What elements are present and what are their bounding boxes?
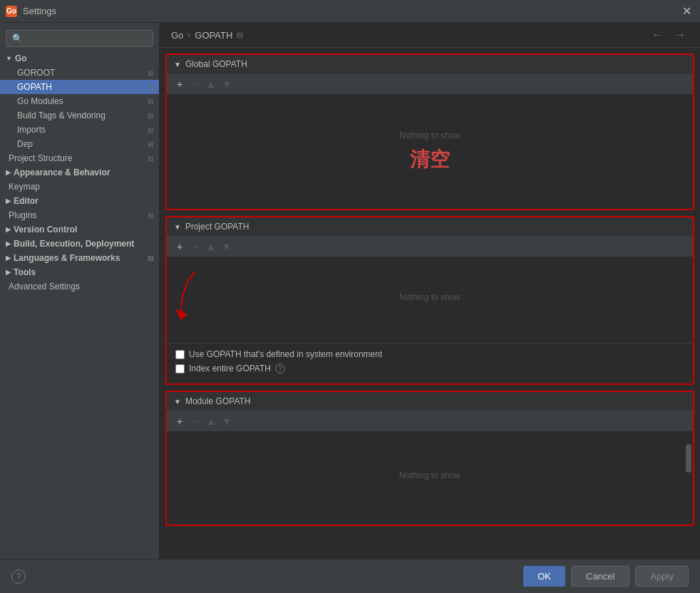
project-gopath-toggle[interactable]: ▼ [174, 223, 181, 231]
sidebar-item-project-structure[interactable]: Project Structure ⊟ [0, 151, 159, 165]
arrow-annotation [174, 264, 231, 331]
project-gopath-toolbar: + − ▲ ▼ [167, 237, 693, 257]
use-gopath-env-row: Use GOPATH that's defined in system envi… [175, 349, 684, 359]
module-remove-button[interactable]: − [188, 414, 202, 428]
apply-button[interactable]: Apply [635, 566, 689, 587]
settings-icon-build-tags: ⊟ [148, 112, 153, 120]
breadcrumb-separator: › [187, 30, 190, 40]
sidebar-item-version-control[interactable]: ▶ Version Control [0, 222, 159, 237]
sidebar-item-dep[interactable]: Dep ⊟ [0, 137, 159, 151]
index-gopath-checkbox[interactable] [175, 364, 185, 373]
sidebar-item-imports[interactable]: Imports ⊟ [0, 123, 159, 137]
settings-icon-languages: ⊟ [148, 254, 153, 262]
project-gopath-section: ▼ Project GOPATH + − ▲ ▼ [165, 216, 694, 385]
global-gopath-toggle[interactable]: ▼ [174, 61, 181, 68]
module-up-button[interactable]: ▲ [204, 414, 218, 428]
module-nothing-to-show: Nothing to show [399, 470, 460, 480]
module-down-button[interactable]: ▼ [220, 414, 234, 428]
nav-back-button[interactable]: ← [649, 29, 666, 41]
settings-icon-project-structure: ⊟ [148, 155, 153, 163]
global-gopath-section: ▼ Global GOPATH + − ▲ ▼ Nothing to show … [165, 53, 694, 210]
sidebar-item-editor[interactable]: ▶ Editor [0, 194, 159, 208]
expand-arrow-build: ▶ [6, 240, 11, 247]
module-gopath-content: Nothing to show [167, 432, 693, 525]
settings-icon-go-modules: ⊟ [148, 98, 153, 105]
search-input[interactable] [6, 30, 153, 47]
global-nothing-to-show: Nothing to show [399, 130, 460, 140]
project-remove-button[interactable]: − [188, 239, 202, 254]
module-gopath-title: Module GOPATH [185, 396, 251, 406]
info-icon[interactable]: ? [275, 363, 285, 373]
global-gopath-toolbar: + − ▲ ▼ [167, 74, 693, 95]
breadcrumb-current: GOPATH [195, 30, 232, 41]
sidebar-item-languages-frameworks[interactable]: ▶ Languages & Frameworks ⊟ [0, 251, 159, 265]
sidebar: ▼ Go GOROOT ⊟ GOPATH ⊟ Go Modules ⊟ Buil… [0, 23, 160, 559]
global-down-button[interactable]: ▼ [220, 77, 234, 91]
project-gopath-header: ▼ Project GOPATH [167, 217, 693, 237]
content-area: Go › GOPATH ⊟ ← → ▼ Global GOPATH + − ▲ … [160, 23, 700, 559]
title-bar: Go Settings ✕ [0, 0, 700, 23]
expand-arrow-appearance: ▶ [6, 169, 11, 176]
use-gopath-env-checkbox[interactable] [175, 350, 185, 359]
index-gopath-label[interactable]: Index entire GOPATH [189, 363, 271, 373]
project-add-button[interactable]: + [173, 239, 187, 254]
app-icon: Go [6, 6, 17, 17]
sidebar-item-keymap[interactable]: Keymap [0, 180, 159, 194]
sidebar-item-go-modules[interactable]: Go Modules ⊟ [0, 94, 159, 108]
main-layout: ▼ Go GOROOT ⊟ GOPATH ⊟ Go Modules ⊟ Buil… [0, 23, 700, 559]
expand-arrow-editor: ▶ [6, 197, 11, 205]
global-gopath-content: Nothing to show 清空 [167, 95, 693, 209]
module-gopath-header: ▼ Module GOPATH [167, 392, 693, 411]
index-gopath-row: Index entire GOPATH ? [175, 363, 684, 373]
settings-icon-dep: ⊟ [148, 140, 153, 148]
sidebar-item-tools[interactable]: ▶ Tools [0, 265, 159, 279]
module-gopath-section: ▼ Module GOPATH + − ▲ ▼ Nothing to show [165, 391, 694, 526]
checkbox-section: Use GOPATH that's defined in system envi… [167, 343, 693, 383]
breadcrumb-parent: Go [171, 30, 183, 41]
window-title: Settings [23, 6, 56, 16]
settings-icon-goroot: ⊟ [148, 69, 153, 77]
global-gopath-header: ▼ Global GOPATH [167, 55, 693, 74]
expand-arrow-version-control: ▶ [6, 226, 11, 233]
bottom-bar: ? OK Cancel Apply [0, 559, 700, 593]
sidebar-item-plugins[interactable]: Plugins ⊟ [0, 208, 159, 222]
expand-arrow-languages: ▶ [6, 254, 11, 262]
settings-icon-gopath: ⊟ [148, 83, 153, 91]
project-up-button[interactable]: ▲ [204, 239, 218, 254]
ok-button[interactable]: OK [523, 566, 565, 587]
breadcrumb: Go › GOPATH ⊟ ← → [160, 23, 700, 48]
module-gopath-toggle[interactable]: ▼ [174, 398, 181, 406]
module-gopath-toolbar: + − ▲ ▼ [167, 411, 693, 432]
nav-forward-button[interactable]: → [671, 29, 689, 41]
expand-arrow-tools: ▶ [6, 269, 11, 276]
sidebar-item-build-tags[interactable]: Build Tags & Vendoring ⊟ [0, 108, 159, 123]
arrow-svg [174, 264, 231, 329]
sidebar-item-advanced-settings[interactable]: Advanced Settings [0, 279, 159, 294]
project-down-button[interactable]: ▼ [220, 239, 234, 254]
use-gopath-env-label[interactable]: Use GOPATH that's defined in system envi… [189, 349, 382, 359]
global-add-button[interactable]: + [173, 77, 187, 91]
close-button[interactable]: ✕ [679, 4, 694, 18]
expand-arrow-go: ▼ [6, 55, 12, 62]
global-up-button[interactable]: ▲ [204, 77, 218, 91]
bottom-buttons: OK Cancel Apply [523, 566, 689, 587]
project-nothing-to-show: Nothing to show [399, 292, 460, 302]
global-gopath-title: Global GOPATH [185, 59, 247, 69]
scrollbar-thumb [686, 444, 691, 473]
settings-icon-imports: ⊟ [148, 126, 153, 134]
title-bar-left: Go Settings [6, 6, 56, 17]
sidebar-item-goroot[interactable]: GOROOT ⊟ [0, 66, 159, 80]
global-remove-button[interactable]: − [188, 77, 202, 91]
project-gopath-title: Project GOPATH [185, 222, 249, 232]
qingkong-text: 清空 [410, 146, 450, 173]
sidebar-item-gopath[interactable]: GOPATH ⊟ [0, 80, 159, 94]
cancel-button[interactable]: Cancel [571, 566, 629, 587]
module-add-button[interactable]: + [173, 414, 187, 428]
sidebar-item-build-exec-deploy[interactable]: ▶ Build, Execution, Deployment [0, 237, 159, 251]
settings-icon-plugins: ⊟ [148, 212, 153, 220]
help-button[interactable]: ? [11, 569, 26, 584]
sidebar-item-appearance-behavior[interactable]: ▶ Appearance & Behavior [0, 165, 159, 180]
sidebar-item-go[interactable]: ▼ Go [0, 51, 159, 66]
breadcrumb-icon: ⊟ [237, 31, 243, 40]
nav-arrows: ← → [649, 29, 689, 41]
